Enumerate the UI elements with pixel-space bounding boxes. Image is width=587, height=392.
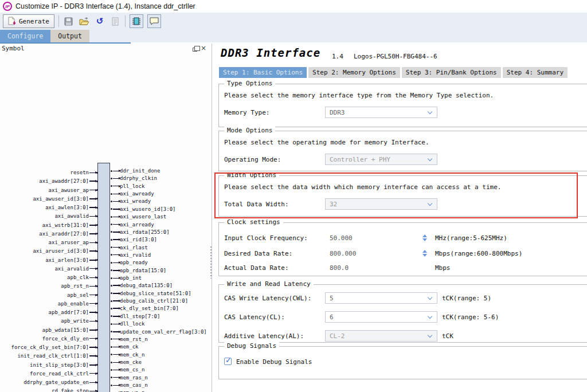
port-label: dll_lock [120, 321, 144, 327]
spinner-down-icon[interactable] [422, 238, 427, 241]
memory-type-select[interactable]: DDR3 [325, 107, 437, 118]
total-data-width-label: Total Data Width: [224, 201, 289, 208]
chevron-down-icon [428, 201, 432, 206]
port-label: mem_cke [120, 359, 142, 365]
latency-row-select[interactable]: 5 [325, 292, 437, 304]
operating-mode-select[interactable]: Controller + PHY [325, 154, 437, 165]
close-panel-icon[interactable]: × [201, 44, 206, 52]
port-axi-wstrb310: axi_wstrb[31:0] [0, 222, 98, 228]
clock-row-value[interactable]: 50.000 [330, 234, 353, 242]
port-junction-dot [111, 338, 112, 340]
port-label: force_read_clk_ctrl [30, 371, 89, 377]
port-wire-arrow-icon [113, 285, 119, 286]
latency-row-select[interactable]: CL-2 [325, 330, 437, 342]
port-axi-rdata2550: axi_rdata[255:0] [111, 229, 170, 235]
latency-row-unit: tCK [442, 332, 453, 340]
step-tab-2[interactable]: Step 2: Memory Options [308, 67, 400, 78]
operating-mode-label: Operating Mode: [224, 156, 281, 163]
port-label: mem_ck_n [120, 352, 144, 358]
total-data-width-select[interactable]: 32 [325, 198, 437, 210]
generate-button[interactable]: Generate [3, 14, 54, 28]
enable-debug-checkbox[interactable]: ✓ [224, 358, 232, 365]
latency-row-value: 5 [330, 295, 334, 302]
port-label: apb_enable [58, 301, 89, 307]
step-tab-1[interactable]: Step 1: Basic Options [219, 67, 307, 78]
port-label: axi_wusero_last [120, 214, 166, 219]
clock-row-value[interactable]: 800.0 [330, 264, 349, 272]
port-apb-addr70: apb_addr[7:0] [0, 309, 98, 315]
port-junction-dot [111, 262, 112, 264]
clock-row-unit: Mbps(range:600-800Mbps) [435, 250, 522, 257]
port-wire-arrow-icon [89, 286, 96, 287]
symbol-toggle-icon[interactable] [130, 14, 143, 28]
port-label: apb_ready [120, 260, 148, 265]
port-label: apb_clk [67, 275, 89, 280]
port-init-slip-step30: init_slip_step[3:0] [0, 362, 98, 368]
port-junction-dot [111, 285, 112, 287]
port-label: axi_awlen[3:0] [45, 205, 89, 210]
port-label: axi_arvalid [54, 266, 89, 272]
port-junction-dot [111, 239, 112, 241]
port-label: apb_sel [67, 292, 89, 298]
port-axi-awaddr270: axi_awaddr[27:0] [0, 178, 98, 184]
port-mem-ck-n: mem_ck_n [111, 352, 144, 358]
spinner-control[interactable] [422, 234, 427, 241]
tab-output[interactable]: Output [50, 30, 89, 42]
spinner-up-icon[interactable] [422, 250, 427, 253]
latency-row: CAS Latency(CL):6tCK(range: 5-6) [213, 311, 587, 323]
port-label: init_slip_step[3:0] [30, 362, 89, 368]
spinner-control[interactable] [422, 250, 427, 257]
port-mem-cke: mem_cke [111, 359, 142, 365]
port-pll-lock: pll_lock [111, 183, 144, 189]
tab-configure[interactable]: Configure [0, 30, 50, 42]
port-wire-arrow-icon [89, 347, 96, 348]
port-resetn: resetn [0, 170, 98, 175]
comment-toggle-icon[interactable] [147, 14, 161, 28]
port-label: apb_rdata[15:0] [120, 268, 166, 273]
spinner-down-icon[interactable] [422, 254, 427, 257]
port-wire-arrow-icon [89, 207, 96, 208]
step-tab-4[interactable]: Step 4: Summary [503, 67, 568, 78]
spinner-up-icon[interactable] [422, 234, 427, 237]
clock-row-value[interactable]: 800.000 [330, 250, 356, 257]
port-wire-arrow-icon [113, 347, 119, 347]
port-label: axi_aruser_ap [49, 240, 89, 245]
port-ddrphy-gate-update-en: ddrphy_gate_update_en [0, 379, 98, 385]
refresh-icon[interactable]: ↺ [94, 15, 105, 27]
chevron-down-icon [428, 314, 432, 319]
port-debug-calib-ctrl210: debug_calib_ctrl[21:0] [111, 298, 188, 304]
check-icon: ✓ [225, 356, 232, 364]
port-wire-arrow-icon [113, 270, 119, 271]
port-label: axi_rlast [120, 245, 148, 250]
latency-row-select[interactable]: 6 [325, 311, 437, 323]
open-icon[interactable] [79, 15, 90, 27]
chevron-down-icon [428, 156, 432, 161]
port-axi-rlast: axi_rlast [111, 245, 148, 250]
group-width-legend: Width Options [224, 171, 279, 179]
port-wire-arrow-icon [113, 377, 119, 378]
port-wire-arrow-icon [89, 382, 96, 383]
ip-config-form: DDR3 Interface 1.4 Logos-PGL50H-FBG484--… [213, 44, 587, 392]
port-label: ddr_init_done [120, 168, 160, 174]
port-label: mem_cas_n [120, 382, 148, 388]
panel-splitter[interactable] [210, 246, 212, 279]
port-apb-int: apb_int [111, 275, 142, 281]
operating-mode-value: Controller + PHY [330, 156, 390, 163]
toolbar-separator [125, 15, 126, 27]
port-wire-arrow-icon [113, 186, 119, 186]
port-label: ck_dly_set_bin[7:0] [120, 305, 179, 311]
port-label: axi_awaddr[27:0] [39, 178, 89, 184]
save-icon[interactable] [63, 15, 75, 27]
symbol-panel: Symbol × resetnaxi_awaddr[27:0]axi_awuse… [0, 44, 212, 392]
port-junction-dot [111, 300, 112, 302]
port-junction-dot [111, 323, 112, 325]
float-panel-icon[interactable] [193, 48, 197, 52]
report-icon[interactable] [109, 15, 121, 27]
port-wire-arrow-icon [113, 300, 119, 301]
group-latency-legend: Write and Read Latency [224, 280, 314, 288]
port-label: mem_cs_n [120, 367, 144, 373]
step-tab-3[interactable]: Step 3: Pin/Bank Options [402, 67, 501, 78]
memory-type-value: DDR3 [330, 109, 345, 116]
toolbar-separator [58, 15, 59, 27]
port-label: axi_arlen[3:0] [45, 257, 89, 263]
